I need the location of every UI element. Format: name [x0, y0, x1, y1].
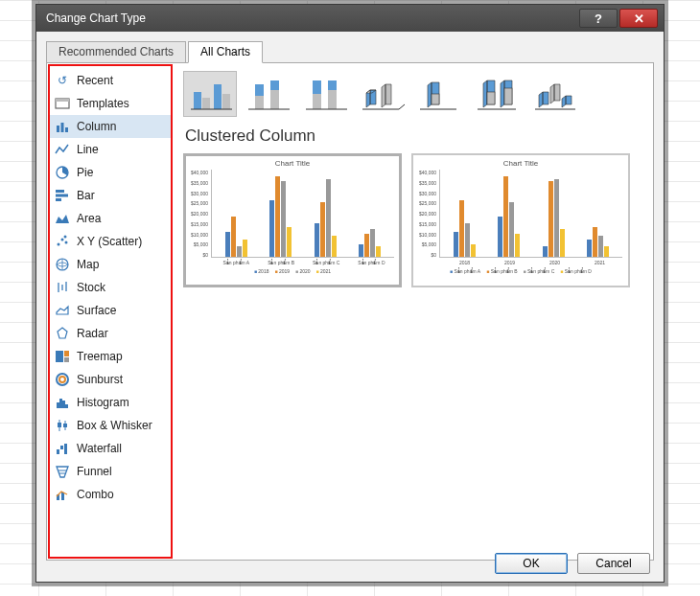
svg-rect-41	[214, 84, 222, 109]
svg-marker-17	[58, 328, 67, 338]
svg-rect-45	[255, 96, 264, 109]
category-pie[interactable]: Pie	[49, 161, 171, 184]
category-label: Recent	[77, 74, 113, 87]
svg-rect-50	[313, 94, 321, 109]
category-treemap[interactable]: Treemap	[49, 345, 171, 368]
ok-button[interactable]: OK	[495, 553, 568, 574]
svg-rect-25	[62, 401, 65, 408]
preview1-ylabels: $40,000$35,000$30,000$25,000$20,000$15,0…	[191, 170, 211, 258]
svg-marker-34	[57, 467, 68, 477]
svg-rect-26	[65, 404, 68, 408]
category-area[interactable]: Area	[49, 207, 171, 230]
preview2-xlabels: 2018201920202021	[419, 260, 622, 265]
preview1-title: Chart Title	[191, 159, 394, 168]
preview2-title: Chart Title	[419, 159, 622, 168]
category-combo[interactable]: Combo	[49, 483, 171, 506]
cancel-button[interactable]: Cancel	[577, 553, 650, 574]
subtype-3d-column[interactable]	[528, 71, 582, 117]
svg-rect-44	[255, 84, 264, 96]
svg-rect-33	[64, 444, 67, 454]
category-label: Combo	[77, 488, 114, 501]
dialog-footer: OK Cancel	[495, 553, 650, 574]
category-bar[interactable]: Bar	[49, 184, 171, 207]
svg-point-11	[65, 241, 68, 244]
svg-point-22	[59, 377, 65, 382]
histogram-icon	[55, 395, 70, 410]
svg-rect-19	[64, 351, 69, 356]
subtype-stacked-column[interactable]	[241, 71, 294, 117]
preview2-ylabels: $40,000$35,000$30,000$25,000$20,000$15,0…	[419, 170, 439, 258]
category-boxwhisker[interactable]: Box & Whisker	[49, 414, 171, 437]
recent-icon: ↺	[55, 73, 70, 88]
subtype-100-stacked-column[interactable]	[298, 71, 352, 117]
svg-rect-24	[59, 399, 62, 408]
category-label: Box & Whisker	[77, 419, 152, 432]
tab-recommended[interactable]: Recommended Charts	[46, 41, 186, 62]
svg-rect-30	[63, 424, 67, 427]
category-stock[interactable]: Stock	[49, 276, 171, 299]
category-histogram[interactable]: Histogram	[49, 391, 171, 414]
category-radar[interactable]: Radar	[49, 322, 171, 345]
svg-rect-31	[57, 449, 59, 454]
category-label: Templates	[77, 97, 129, 110]
svg-rect-59	[504, 88, 512, 104]
svg-point-10	[61, 239, 64, 241]
preview1-xlabels: Sản phẩm ASản phẩm BSản phẩm CSản phẩm D	[191, 260, 394, 265]
svg-rect-7	[56, 195, 68, 197]
waterfall-icon	[55, 441, 70, 456]
chart-preview-2[interactable]: Chart Title $40,000$35,000$30,000$25,000…	[411, 153, 630, 287]
svg-rect-8	[56, 198, 61, 201]
category-column[interactable]: Column	[49, 115, 171, 138]
sunburst-icon	[55, 372, 70, 387]
bar-icon	[55, 188, 70, 203]
subtype-3d-clustered-column[interactable]	[356, 71, 409, 117]
templates-icon	[55, 96, 70, 111]
category-recent[interactable]: ↺Recent	[49, 69, 171, 92]
dialog-title: Change Chart Type	[46, 11, 577, 25]
svg-rect-42	[222, 94, 230, 109]
treemap-icon	[55, 349, 70, 364]
svg-rect-1	[56, 99, 69, 102]
svg-rect-46	[270, 80, 279, 90]
subtype-clustered-column[interactable]	[183, 71, 237, 117]
svg-rect-3	[61, 123, 64, 132]
category-label: Area	[77, 212, 101, 225]
surface-icon	[55, 303, 70, 318]
category-label: Treemap	[77, 350, 123, 363]
category-map[interactable]: Map	[49, 253, 171, 276]
svg-rect-28	[58, 423, 61, 427]
svg-rect-32	[60, 446, 63, 449]
svg-rect-51	[328, 80, 337, 90]
subtype-3d-stacked-column[interactable]	[413, 71, 467, 117]
svg-rect-18	[56, 351, 63, 362]
category-templates[interactable]: Templates	[49, 92, 171, 115]
category-label: X Y (Scatter)	[77, 235, 142, 248]
help-button[interactable]	[579, 9, 618, 28]
category-waterfall[interactable]: Waterfall	[49, 437, 171, 460]
category-label: Bar	[77, 189, 95, 202]
category-label: Waterfall	[77, 442, 122, 455]
svg-rect-20	[64, 357, 69, 362]
category-surface[interactable]: Surface	[49, 299, 171, 322]
category-sunburst[interactable]: Sunburst	[49, 368, 171, 391]
subtype-3d-100-stacked-column[interactable]	[471, 71, 525, 117]
svg-rect-2	[57, 126, 59, 132]
line-icon	[55, 142, 70, 157]
category-label: Funnel	[77, 465, 112, 478]
titlebar[interactable]: Change Chart Type	[36, 5, 664, 32]
category-label: Stock	[77, 281, 105, 294]
category-line[interactable]: Line	[49, 138, 171, 161]
svg-rect-56	[432, 94, 439, 104]
chart-preview-1[interactable]: Chart Title $40,000$35,000$30,000$25,000…	[183, 153, 402, 287]
category-scatter[interactable]: X Y (Scatter)	[49, 230, 171, 253]
tab-all-charts[interactable]: All Charts	[188, 41, 263, 63]
column-icon	[55, 119, 70, 134]
close-button[interactable]	[619, 9, 658, 28]
change-chart-type-dialog: Change Chart Type Recommended Charts All…	[35, 4, 665, 583]
category-label: Sunburst	[77, 373, 123, 386]
funnel-icon	[55, 464, 70, 479]
category-funnel[interactable]: Funnel	[49, 460, 171, 483]
pie-icon	[55, 165, 70, 180]
preview1-legend: 2018201920202021	[191, 268, 394, 274]
svg-rect-23	[57, 402, 59, 408]
